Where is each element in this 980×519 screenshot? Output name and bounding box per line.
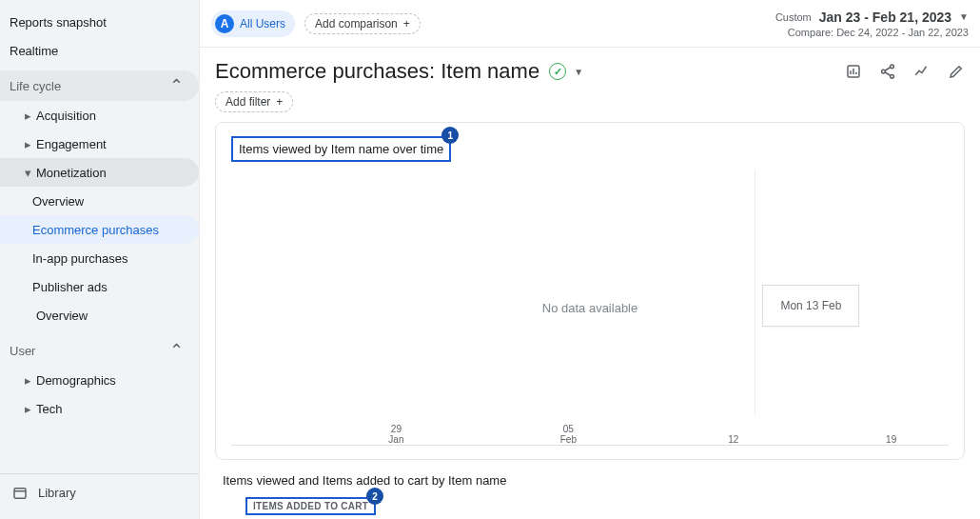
sidebar-item-label: Monetization bbox=[36, 166, 107, 180]
chart-tooltip: Mon 13 Feb bbox=[762, 285, 859, 327]
insights-icon[interactable] bbox=[913, 63, 931, 80]
sidebar-item-label: Demographics bbox=[36, 373, 116, 388]
audience-chip-label: All Users bbox=[240, 17, 285, 30]
sidebar-item-tech[interactable]: ▸ Tech bbox=[0, 394, 199, 423]
add-filter-label: Add filter bbox=[225, 95, 270, 109]
svg-rect-0 bbox=[14, 488, 26, 498]
annotation-badge-2: 2 bbox=[366, 488, 383, 505]
sidebar-item-label: Engagement bbox=[36, 137, 107, 151]
annotation-badge-1: 1 bbox=[441, 127, 459, 144]
add-comparison-label: Add comparison bbox=[315, 17, 398, 30]
topbar: A All Users Add comparison + Custom Jan … bbox=[200, 0, 980, 48]
sidebar-item-acquisition[interactable]: ▸ Acquisition bbox=[0, 101, 199, 130]
chart-x-axis: 29Jan05Feb1219 bbox=[231, 416, 949, 445]
audience-chip-avatar: A bbox=[215, 14, 234, 33]
sidebar-library-label: Library bbox=[38, 486, 76, 500]
sidebar-realtime[interactable]: Realtime bbox=[0, 36, 199, 65]
chart-x-tick: 19 bbox=[886, 434, 896, 445]
column-header-highlight[interactable]: ITEMS ADDED TO CART 2 bbox=[245, 497, 376, 515]
card-title: Items viewed by Item name over time bbox=[239, 142, 443, 156]
sidebar-item-label: Overview bbox=[36, 309, 88, 323]
chart-tooltip-text: Mon 13 Feb bbox=[780, 299, 841, 312]
sidebar-item-label: Acquisition bbox=[36, 109, 96, 123]
page-title: Ecommerce purchases: Item name bbox=[215, 59, 539, 84]
chart-x-tick: 12 bbox=[728, 434, 738, 445]
date-range-type: Custom bbox=[775, 11, 812, 23]
caret-right-icon: ▸ bbox=[21, 137, 34, 151]
plus-icon: + bbox=[276, 95, 283, 109]
sidebar-item-demographics[interactable]: ▸ Demographics bbox=[0, 366, 199, 394]
share-icon[interactable] bbox=[879, 63, 896, 80]
chevron-down-icon[interactable]: ▼ bbox=[574, 67, 583, 77]
sidebar-item-monetization[interactable]: ▾ Monetization bbox=[0, 158, 199, 187]
customize-report-icon[interactable] bbox=[845, 63, 862, 80]
column-header-label: ITEMS ADDED TO CART bbox=[253, 501, 368, 511]
caret-right-icon: ▸ bbox=[21, 402, 34, 416]
sidebar-section-label: Life cycle bbox=[10, 79, 61, 93]
sidebar-section-life-cycle[interactable]: Life cycle ⌃ bbox=[0, 70, 199, 101]
page-header: Ecommerce purchases: Item name ✓ ▼ bbox=[200, 48, 980, 84]
card-title-highlight: Items viewed by Item name over time 1 bbox=[231, 136, 451, 162]
chart-area: No data available Mon 13 Feb 29Jan05Feb1… bbox=[231, 170, 949, 446]
caret-right-icon: ▸ bbox=[21, 373, 34, 388]
chart-plot: No data available Mon 13 Feb 29Jan05Feb1… bbox=[231, 170, 949, 446]
sidebar-item-lc-overview[interactable]: Overview bbox=[0, 301, 199, 329]
card-title: Items viewed and Items added to cart by … bbox=[223, 473, 961, 488]
add-filter-button[interactable]: Add filter + bbox=[215, 91, 293, 112]
header-actions bbox=[845, 63, 965, 80]
date-range-value: Jan 23 - Feb 21, 2023 bbox=[819, 10, 951, 25]
audience-chip-all-users[interactable]: A All Users bbox=[211, 10, 295, 37]
chart-x-tick: 29Jan bbox=[388, 424, 403, 445]
sidebar-library[interactable]: Library bbox=[0, 473, 199, 511]
sidebar-subitem-ecommerce-purchases[interactable]: Ecommerce purchases bbox=[0, 215, 199, 244]
date-range-picker[interactable]: Custom Jan 23 - Feb 21, 2023 ▼ Compare: … bbox=[775, 10, 969, 38]
date-compare-range: Compare: Dec 24, 2022 - Jan 22, 2023 bbox=[775, 27, 969, 38]
plus-icon: + bbox=[403, 17, 410, 30]
chevron-up-icon: ⌃ bbox=[169, 340, 189, 361]
sidebar-subitem-overview[interactable]: Overview bbox=[0, 187, 199, 215]
chevron-down-icon: ▼ bbox=[959, 11, 969, 22]
sidebar-item-engagement[interactable]: ▸ Engagement bbox=[0, 130, 199, 158]
card-items-viewed-over-time: Items viewed by Item name over time 1 No… bbox=[215, 122, 965, 460]
sidebar-item-label: Tech bbox=[36, 402, 62, 416]
caret-right-icon: ▸ bbox=[21, 109, 34, 123]
sidebar-subitem-in-app-purchases[interactable]: In-app purchases bbox=[0, 244, 199, 272]
chart-x-tick: 05Feb bbox=[560, 424, 577, 445]
sidebar-section-label: User bbox=[10, 344, 35, 358]
card-items-viewed-added-to-cart: Items viewed and Items added to cart by … bbox=[219, 473, 961, 515]
sidebar-section-user[interactable]: User ⌃ bbox=[0, 335, 199, 366]
add-comparison-button[interactable]: Add comparison + bbox=[304, 13, 421, 34]
status-check-icon[interactable]: ✓ bbox=[549, 63, 566, 80]
library-icon bbox=[11, 485, 29, 502]
caret-down-icon: ▾ bbox=[21, 166, 34, 180]
sidebar: Reports snapshot Realtime Life cycle ⌃ ▸… bbox=[0, 0, 200, 519]
chevron-up-icon: ⌃ bbox=[169, 75, 189, 96]
filter-row: Add filter + bbox=[200, 84, 980, 122]
edit-pencil-icon[interactable] bbox=[948, 63, 965, 80]
main: A All Users Add comparison + Custom Jan … bbox=[200, 0, 980, 519]
sidebar-reports-snapshot[interactable]: Reports snapshot bbox=[0, 8, 199, 36]
sidebar-subitem-publisher-ads[interactable]: Publisher ads bbox=[0, 272, 199, 301]
chart-hover-gridline bbox=[755, 170, 755, 416]
